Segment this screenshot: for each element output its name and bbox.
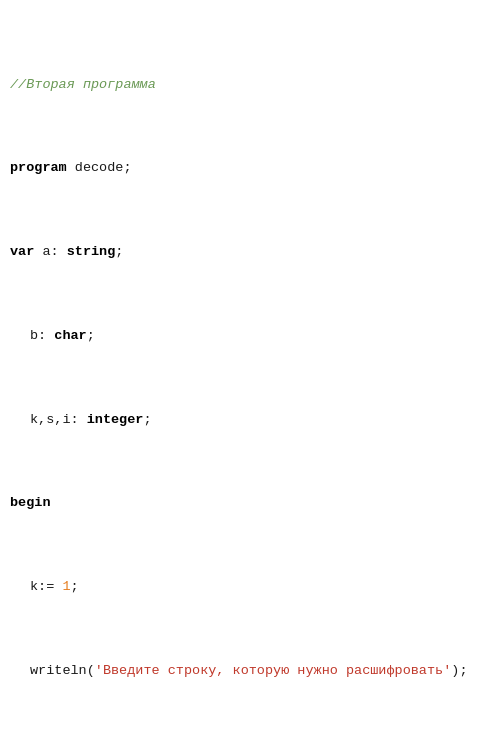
line-begin: begin [10,493,490,514]
line-var-ksi: k,s,i: integer; [10,410,490,431]
line-var-b: b: char; [10,326,490,347]
line-comment: //Вторая программа [10,75,490,96]
line-program: program decode; [10,158,490,179]
line-var-a: var a: string; [10,242,490,263]
line-writeln1: writeln('Введите строку, которую нужно р… [10,661,490,682]
line-k-assign: k:= 1; [10,577,490,598]
code-container: //Вторая программа program decode; var a… [10,12,490,732]
